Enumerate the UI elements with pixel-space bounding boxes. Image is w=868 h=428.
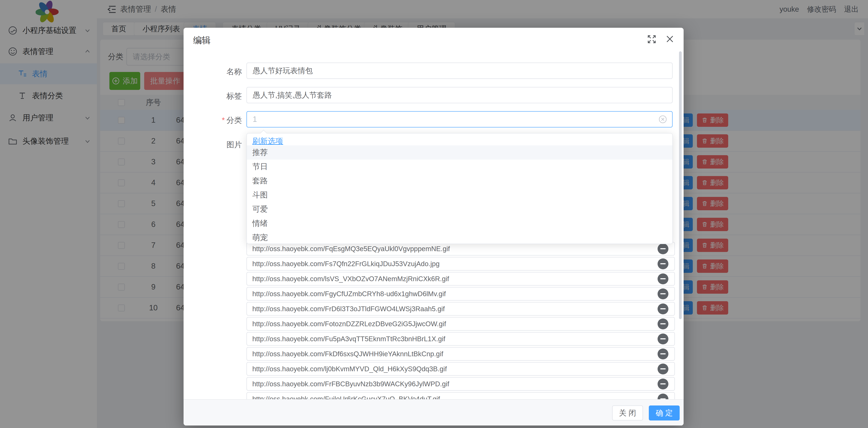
image-url-remove-cell xyxy=(652,362,675,376)
fullscreen-icon[interactable] xyxy=(647,34,656,44)
image-url-input[interactable]: http://oss.haoyebk.com/Fu5pA3vqTT5EknmTt… xyxy=(246,332,652,346)
tags-input[interactable]: 愚人节,搞笑,愚人节套路 xyxy=(246,87,673,103)
image-url-input[interactable]: http://oss.haoyebk.com/lj0bKvmMYVD_Qld_H… xyxy=(246,362,652,376)
image-url-remove-cell xyxy=(652,287,675,301)
remove-url-button[interactable] xyxy=(657,288,669,299)
remove-url-button[interactable] xyxy=(657,348,669,360)
image-url-input[interactable]: http://oss.haoyebk.com/FkDf6sxsQJWHH9ieY… xyxy=(246,347,652,361)
image-url-remove-cell xyxy=(652,302,675,316)
dropdown-option-3[interactable]: 斗图 xyxy=(247,188,672,202)
dialog-title: 编辑 xyxy=(193,34,211,46)
clear-icon[interactable] xyxy=(658,115,667,124)
name-input[interactable]: 愚人节好玩表情包 xyxy=(246,63,673,79)
tags-input-value: 愚人节,搞笑,愚人节套路 xyxy=(253,90,332,100)
dropdown-option-4[interactable]: 可爱 xyxy=(247,202,672,216)
remove-url-button[interactable] xyxy=(657,274,669,284)
remove-url-button[interactable] xyxy=(657,364,669,374)
image-url-input[interactable]: http://oss.haoyebk.com/FrFBCByuvNzb3b9WA… xyxy=(246,377,652,391)
remove-url-button[interactable] xyxy=(657,244,669,254)
refresh-options-link[interactable]: 刷新选项 xyxy=(252,136,283,146)
dropdown-option-2[interactable]: 套路 xyxy=(247,174,672,188)
dropdown-option-6[interactable]: 萌宠 xyxy=(247,230,672,245)
image-url-remove-cell xyxy=(652,272,675,286)
remove-url-button[interactable] xyxy=(657,258,669,269)
image-url-input[interactable]: http://oss.haoyebk.com/FrD6l3T3oJTldFGWO… xyxy=(246,302,652,316)
dropdown-option-1[interactable]: 节日 xyxy=(247,160,672,174)
close-icon[interactable] xyxy=(665,34,675,44)
image-url-remove-cell xyxy=(652,257,675,270)
remove-url-button[interactable] xyxy=(657,378,669,390)
image-url-remove-cell xyxy=(652,317,675,331)
dropdown-option-5[interactable]: 情绪 xyxy=(247,216,672,230)
modal-scrollbar[interactable] xyxy=(679,51,682,319)
category-select-input[interactable]: 1 xyxy=(246,111,673,127)
image-url-remove-cell xyxy=(652,347,675,361)
tags-field-label: 标签 xyxy=(186,91,242,102)
category-field-label: *分类 xyxy=(186,115,242,125)
category-dropdown: 刷新选项 推荐节日套路斗图可爱情绪萌宠 xyxy=(246,133,673,244)
image-url-remove-cell xyxy=(652,332,675,346)
image-url-input[interactable]: http://oss.haoyebk.com/Fs7Qfn22FrGLkiqJD… xyxy=(246,257,652,270)
name-input-value: 愚人节好玩表情包 xyxy=(253,66,313,76)
image-url-input[interactable]: http://oss.haoyebk.com/FotoznDZZRLezDBve… xyxy=(246,317,652,331)
name-field-label: 名称 xyxy=(186,66,242,77)
dropdown-option-0[interactable]: 推荐 xyxy=(247,145,672,160)
close-button[interactable]: 关 闭 xyxy=(612,405,643,421)
category-select-value: 1 xyxy=(253,115,257,124)
confirm-button[interactable]: 确 定 xyxy=(649,405,680,421)
dialog-footer: 关 闭 确 定 xyxy=(184,399,684,426)
image-url-remove-cell xyxy=(652,377,675,391)
remove-url-button[interactable] xyxy=(657,318,669,329)
image-url-input[interactable]: http://oss.haoyebk.com/FgyCfUZmbCRYh8-ud… xyxy=(246,287,652,301)
image-url-input[interactable]: http://oss.haoyebk.com/lsVS_VXbOZvO7ANem… xyxy=(246,272,652,286)
remove-url-button[interactable] xyxy=(657,304,669,314)
app-screen: 小程序基础设置表情管理表情表情分类用户管理头像装饰管理 表情管理 / 表情 yo… xyxy=(0,0,868,428)
required-asterisk: * xyxy=(222,116,225,124)
remove-url-button[interactable] xyxy=(657,334,669,344)
images-field-label: 图片 xyxy=(186,140,242,150)
